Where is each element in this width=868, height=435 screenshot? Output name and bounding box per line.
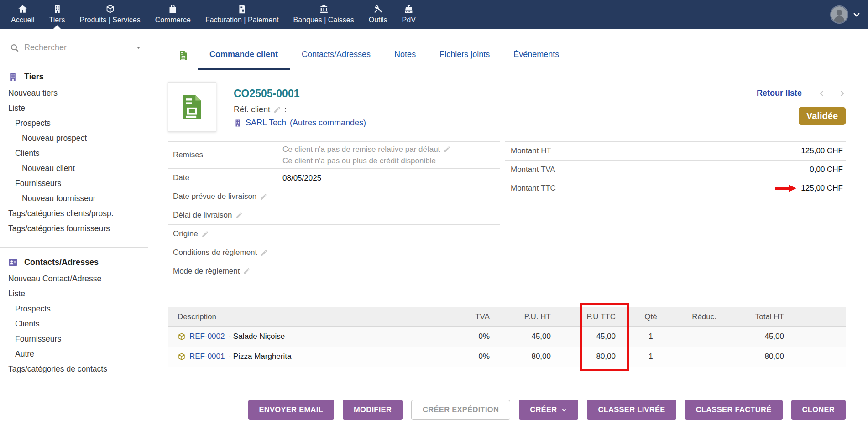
sidebar-section-title: Contacts/Adresses [24,258,99,267]
action-button[interactable]: CLASSER LIVRÉE [587,400,676,420]
tab-bar: Commande client Contacts/Adresses Notes … [168,41,846,70]
detail-row: Mode de règlement [168,262,500,280]
col-pu-ht: P.U. HT [495,307,556,326]
action-buttons-bar: ENVOYER EMAIL MODIFIER CRÉER EXPÉDITION … [168,400,846,420]
action-button[interactable]: CRÉER [519,400,578,420]
col-reduc: Réduc. [680,307,722,326]
order-photo-card [168,82,216,132]
tab[interactable]: Contacts/Adresses [290,41,382,70]
cube-icon [105,4,115,14]
user-menu[interactable] [830,0,868,29]
edit-pencil-icon[interactable] [443,145,451,153]
bag-icon [168,4,178,14]
col-spacer [790,307,846,326]
nav-menu-item[interactable]: Produits | Services [73,0,148,29]
edit-pencil-icon[interactable] [201,230,209,238]
sidebar-item[interactable]: Clients [0,146,148,161]
sidebar-item[interactable]: Clients [0,316,148,331]
action-button[interactable]: MODIFIER [343,400,403,420]
chevron-down-icon[interactable] [852,10,861,19]
sidebar-section-header[interactable]: Contacts/Adresses [0,258,148,267]
user-avatar[interactable] [830,5,848,24]
product-icon [178,352,186,361]
tab[interactable]: Événements [502,41,571,70]
order-reference: CO2505-0001 [234,88,366,100]
document-green-icon [179,94,205,120]
search-input[interactable] [24,43,130,52]
nav-menu-item[interactable]: Tiers [42,0,73,29]
sidebar-item[interactable]: Nouveau client [0,161,148,176]
col-tva: TVA [452,307,495,326]
nav-menu-item[interactable]: Banques | Caisses [286,0,361,29]
building-icon [52,4,62,14]
sidebar-item[interactable]: Tags/catégories clients/prosp. [0,206,148,221]
left-sidebar: Tiers Nouveau tiers Liste Prospects Nouv… [0,29,148,435]
status-badge: Validée [799,107,846,125]
col-total-ht: Total HT [722,307,790,326]
order-header: CO2505-0001 Réf. client : SARL Tech (Aut… [168,82,846,132]
other-orders-link[interactable]: (Autres commandes) [290,118,366,128]
bank-icon [319,4,329,14]
company-link[interactable]: SARL Tech [246,118,286,128]
home-icon [18,4,27,14]
product-ref-link[interactable]: REF-0001 [189,352,225,361]
sidebar-item[interactable]: Liste [0,101,148,116]
col-pu-ttc: P.U TTC [556,307,621,326]
sidebar-item[interactable]: Nouveau prospect [0,131,148,146]
sidebar-item[interactable]: Nouveau Contact/Adresse [0,271,148,286]
tab[interactable]: Commande client [198,41,290,70]
sidebar-search [10,43,138,57]
main-content: Commande client Contacts/Adresses Notes … [148,29,868,435]
edit-pencil-icon[interactable] [235,212,243,219]
product-icon [178,332,186,341]
edit-pencil-icon[interactable] [243,267,251,275]
action-button[interactable]: CRÉER EXPÉDITION [411,400,510,420]
nav-menu-item[interactable]: Accueil [4,0,42,29]
nav-menu-item[interactable]: Commerce [148,0,198,29]
detail-row: Origine [168,224,500,243]
sidebar-item[interactable]: Prospects [0,301,148,316]
action-button[interactable]: CLONER [791,400,846,420]
nav-menu-item[interactable]: Facturation | Paiement [198,0,286,29]
tab[interactable]: Notes [382,41,428,70]
edit-pencil-icon[interactable] [260,249,268,257]
order-totals-table: Montant HT 125,00 CHF Montant TVA 0,00 C… [505,141,846,197]
sidebar-item[interactable]: Tags/catégories de contacts [0,362,148,377]
sidebar-section-title: Tiers [24,72,44,82]
cash-register-icon [404,4,413,14]
chevron-right-icon[interactable] [838,90,846,97]
nav-menu-item[interactable]: PdV [395,0,423,29]
order-lines-section: Description TVA P.U. HT P.U TTC Qté Rédu… [168,307,846,367]
order-line-row: REF-0001 - Pizza Margherita 0% 80,00 80,… [168,347,846,367]
edit-pencil-icon[interactable] [260,193,267,201]
action-button[interactable]: CLASSER FACTURÉ [685,400,783,420]
edit-pencil-icon[interactable] [273,106,281,114]
lines-header-row: Description TVA P.U. HT P.U TTC Qté Rédu… [168,307,846,326]
sidebar-item[interactable]: Fournisseurs [0,331,148,347]
total-row: Montant TVA 0,00 CHF [505,160,846,179]
sidebar-item[interactable]: Liste [0,286,148,301]
sidebar-item[interactable]: Prospects [0,116,148,131]
order-lines-table: Description TVA P.U. HT P.U TTC Qté Rédu… [168,307,846,367]
col-description: Description [168,307,452,326]
sidebar-section: Contacts/Adresses Nouveau Contact/Adress… [0,247,148,377]
sidebar-item[interactable]: Tags/catégories fournisseurs [0,221,148,236]
active-menu-notch [53,25,61,29]
search-caret-icon[interactable] [135,44,142,51]
product-ref-link[interactable]: REF-0002 [189,332,225,341]
sidebar-item[interactable]: Fournisseurs [0,176,148,191]
annotation-arrow-icon [775,185,796,192]
nav-menu-item[interactable]: Outils [361,0,395,29]
sidebar-section-header[interactable]: Tiers [0,72,148,82]
sidebar-item[interactable]: Autre [0,347,148,362]
back-to-list-link[interactable]: Retour liste [757,88,802,98]
chevron-down-icon [561,407,567,413]
chevron-left-icon[interactable] [818,90,826,97]
tab[interactable]: Fichiers joints [428,41,502,70]
action-button[interactable]: ENVOYER EMAIL [248,400,335,420]
sidebar-section: Tiers Nouveau tiers Liste Prospects Nouv… [0,72,148,236]
sidebar-item[interactable]: Nouveau tiers [0,86,148,101]
order-document-icon [178,51,188,61]
order-line-row: REF-0002 - Salade Niçoise 0% 45,00 45,00… [168,326,846,347]
sidebar-item[interactable]: Nouveau fournisseur [0,191,148,206]
